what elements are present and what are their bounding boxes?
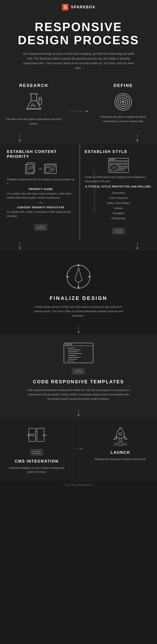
rocket-icon bbox=[111, 426, 130, 447]
svg-rect-59 bbox=[29, 436, 36, 442]
svg-rect-24 bbox=[46, 168, 50, 172]
cms-icon bbox=[26, 426, 47, 444]
svg-rect-39 bbox=[119, 169, 124, 170]
logo-text: SPARKBOX bbox=[71, 5, 96, 9]
wireframe-icon bbox=[44, 164, 57, 174]
pages-icon bbox=[25, 162, 36, 175]
finalize-description: Create design assets in HTML and CSS bas… bbox=[32, 305, 125, 318]
cms-description: Integrate templates into the content man… bbox=[5, 466, 69, 474]
svg-rect-60 bbox=[37, 428, 44, 442]
or-icon-text: OR bbox=[38, 168, 42, 170]
priority-guide-title: PRIORITY GUIDE bbox=[7, 188, 75, 190]
launch-title: LAUNCH bbox=[88, 450, 152, 455]
style-item-photography: Photography bbox=[85, 216, 152, 221]
svg-point-31 bbox=[112, 159, 113, 160]
research-define-row: RESEARCH Talk with client and gather exp… bbox=[0, 76, 157, 132]
svg-marker-44 bbox=[77, 286, 80, 288]
svg-rect-9 bbox=[39, 97, 42, 104]
content-icon-row: OR bbox=[7, 162, 75, 175]
code-templates-description: Code responsive templates starting with … bbox=[26, 388, 130, 401]
sparkbox-logo-icon: S bbox=[62, 4, 69, 11]
design-tools-icon bbox=[62, 260, 95, 290]
cms-icon-container bbox=[5, 426, 69, 444]
establish-style-client-review: CLIENTREVIEW bbox=[112, 228, 125, 234]
svg-rect-23 bbox=[46, 165, 55, 167]
code-templates-section: CLIENTREVIEW CODE RESPONSIVE TEMPLATES C… bbox=[0, 334, 157, 408]
code-client-review-top: CLIENTREVIEW bbox=[72, 368, 85, 374]
code-templates-title: CODE RESPONSIVE TEMPLATES bbox=[12, 379, 146, 384]
hero-title: RESPONSIVE DESIGN PROCESS bbox=[9, 20, 148, 47]
define-col: DEFINE Determine site goals, evaluate te… bbox=[90, 76, 157, 132]
svg-rect-37 bbox=[119, 164, 127, 166]
priority-intro: Establish content priority for the desig… bbox=[7, 178, 75, 186]
svg-text:S: S bbox=[64, 5, 67, 10]
svg-rect-28 bbox=[108, 158, 128, 172]
cms-col: CLIENTREVIEW CMS INTEGRATION Integrate t… bbox=[0, 418, 74, 480]
svg-point-7 bbox=[34, 106, 36, 107]
svg-rect-38 bbox=[119, 167, 127, 168]
code-browser-icon bbox=[64, 342, 94, 363]
svg-marker-42 bbox=[88, 276, 90, 278]
research-icon-container bbox=[6, 93, 62, 114]
footer: © 2012-2013 Webdesigntuts+ bbox=[0, 480, 157, 490]
logo-area: S SPARKBOX bbox=[5, 4, 152, 11]
hero-subtitle: Our responsive design process is fluid a… bbox=[20, 52, 136, 70]
svg-point-47 bbox=[66, 344, 67, 345]
research-description: Talk with client and gather expectations… bbox=[6, 117, 62, 126]
cms-title: CMS INTEGRATION bbox=[5, 459, 69, 464]
svg-rect-45 bbox=[64, 343, 93, 363]
cms-client-review: CLIENTREVIEW bbox=[30, 449, 43, 456]
content-priority-title: ESTABLISH CONTENT PRIORITY bbox=[7, 150, 75, 159]
or-divider-1: — OR — bbox=[7, 202, 75, 204]
tandem-label: THESE STEPS TAKE PLACE IN TANDEM bbox=[94, 171, 95, 213]
svg-rect-58 bbox=[29, 428, 36, 434]
launch-icon-container bbox=[88, 426, 152, 447]
flask-icon bbox=[24, 93, 43, 114]
svg-marker-43 bbox=[67, 276, 69, 278]
cms-launch-arrow bbox=[75, 448, 82, 450]
research-define-arrow bbox=[69, 110, 88, 112]
research-title: RESEARCH bbox=[6, 83, 62, 88]
launch-description: Release the responsive creation to the w… bbox=[88, 457, 152, 462]
design-icon-container bbox=[12, 260, 146, 290]
svg-rect-5 bbox=[26, 108, 41, 110]
svg-point-32 bbox=[114, 159, 114, 160]
style-icon-container bbox=[85, 158, 152, 173]
browser-icon bbox=[108, 158, 129, 173]
header: S SPARKBOX bbox=[0, 0, 157, 14]
svg-point-16 bbox=[122, 101, 124, 103]
svg-point-48 bbox=[68, 344, 69, 345]
define-description: Determine site goals, evaluate technical… bbox=[95, 115, 151, 123]
svg-point-49 bbox=[70, 344, 72, 345]
svg-point-30 bbox=[110, 159, 111, 160]
content-priority-col: ESTABLISH CONTENT PRIORITY OR Establish … bbox=[0, 144, 80, 240]
launch-col: LAUNCH Release the responsive creation t… bbox=[84, 418, 157, 480]
finalize-section: FINALIZE DESIGN Create design assets in … bbox=[0, 251, 157, 325]
establish-style-col: ESTABLISH STYLE Create an HTML-base bbox=[80, 144, 157, 240]
priority-prototype-desc: For simpler sites, create a responsive, … bbox=[7, 210, 75, 218]
priority-prototype-title: CONTENT PRIORITY PROTOTYPE bbox=[7, 206, 75, 209]
priority-guide-desc: For complex sites with many unique templ… bbox=[7, 192, 75, 200]
finalize-title: FINALIZE DESIGN bbox=[12, 295, 146, 301]
define-icon-container bbox=[95, 93, 151, 111]
hero-section: RESPONSIVE DESIGN PROCESS Our responsive… bbox=[0, 14, 157, 76]
code-icon-container bbox=[12, 342, 146, 363]
cms-launch-row: CLIENTREVIEW CMS INTEGRATION Integrate t… bbox=[0, 418, 157, 480]
svg-rect-33 bbox=[110, 162, 127, 164]
svg-point-8 bbox=[31, 106, 32, 107]
copyright-text: © 2012-2013 Webdesigntuts+ bbox=[63, 484, 94, 486]
svg-point-6 bbox=[32, 104, 34, 106]
establish-style-title: ESTABLISH STYLE bbox=[85, 150, 152, 154]
content-priority-client-review: CLIENTREVIEW bbox=[34, 224, 47, 230]
research-col: RESEARCH Talk with client and gather exp… bbox=[0, 76, 68, 132]
svg-point-67 bbox=[119, 433, 122, 436]
target-icon bbox=[114, 93, 132, 111]
priority-style-row: ESTABLISH CONTENT PRIORITY OR Establish … bbox=[0, 144, 157, 240]
define-title: DEFINE bbox=[95, 83, 151, 88]
